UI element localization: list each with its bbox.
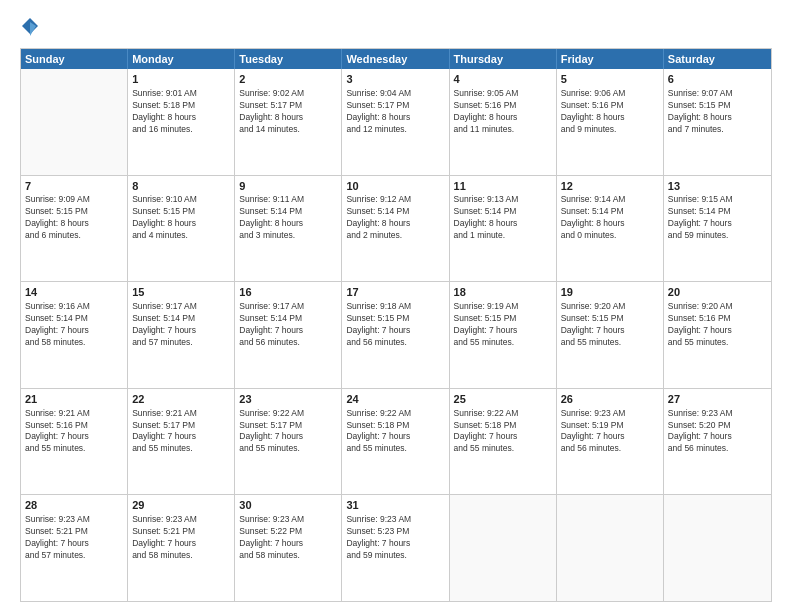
day-number: 10 — [346, 179, 444, 194]
cell-info: Sunrise: 9:13 AM Sunset: 5:14 PM Dayligh… — [454, 194, 552, 242]
logo-icon — [20, 16, 40, 40]
calendar-cell: 5Sunrise: 9:06 AM Sunset: 5:16 PM Daylig… — [557, 69, 664, 175]
day-number: 11 — [454, 179, 552, 194]
day-number: 12 — [561, 179, 659, 194]
cell-info: Sunrise: 9:16 AM Sunset: 5:14 PM Dayligh… — [25, 301, 123, 349]
cell-info: Sunrise: 9:11 AM Sunset: 5:14 PM Dayligh… — [239, 194, 337, 242]
day-number: 1 — [132, 72, 230, 87]
day-number: 21 — [25, 392, 123, 407]
calendar-cell: 27Sunrise: 9:23 AM Sunset: 5:20 PM Dayli… — [664, 389, 771, 495]
cell-info: Sunrise: 9:22 AM Sunset: 5:18 PM Dayligh… — [346, 408, 444, 456]
calendar-row-1: 1Sunrise: 9:01 AM Sunset: 5:18 PM Daylig… — [21, 69, 771, 175]
cell-info: Sunrise: 9:09 AM Sunset: 5:15 PM Dayligh… — [25, 194, 123, 242]
cell-info: Sunrise: 9:22 AM Sunset: 5:18 PM Dayligh… — [454, 408, 552, 456]
day-number: 28 — [25, 498, 123, 513]
day-number: 8 — [132, 179, 230, 194]
header-day-saturday: Saturday — [664, 49, 771, 69]
calendar-cell: 25Sunrise: 9:22 AM Sunset: 5:18 PM Dayli… — [450, 389, 557, 495]
calendar-cell: 21Sunrise: 9:21 AM Sunset: 5:16 PM Dayli… — [21, 389, 128, 495]
calendar-cell: 29Sunrise: 9:23 AM Sunset: 5:21 PM Dayli… — [128, 495, 235, 601]
calendar-cell: 13Sunrise: 9:15 AM Sunset: 5:14 PM Dayli… — [664, 176, 771, 282]
calendar-row-3: 14Sunrise: 9:16 AM Sunset: 5:14 PM Dayli… — [21, 281, 771, 388]
cell-info: Sunrise: 9:07 AM Sunset: 5:15 PM Dayligh… — [668, 88, 767, 136]
cell-info: Sunrise: 9:18 AM Sunset: 5:15 PM Dayligh… — [346, 301, 444, 349]
calendar-cell: 7Sunrise: 9:09 AM Sunset: 5:15 PM Daylig… — [21, 176, 128, 282]
calendar-row-4: 21Sunrise: 9:21 AM Sunset: 5:16 PM Dayli… — [21, 388, 771, 495]
day-number: 15 — [132, 285, 230, 300]
header-day-tuesday: Tuesday — [235, 49, 342, 69]
calendar-row-5: 28Sunrise: 9:23 AM Sunset: 5:21 PM Dayli… — [21, 494, 771, 601]
calendar-cell: 14Sunrise: 9:16 AM Sunset: 5:14 PM Dayli… — [21, 282, 128, 388]
calendar-cell: 12Sunrise: 9:14 AM Sunset: 5:14 PM Dayli… — [557, 176, 664, 282]
calendar-cell: 6Sunrise: 9:07 AM Sunset: 5:15 PM Daylig… — [664, 69, 771, 175]
day-number: 29 — [132, 498, 230, 513]
header-day-monday: Monday — [128, 49, 235, 69]
day-number: 14 — [25, 285, 123, 300]
cell-info: Sunrise: 9:15 AM Sunset: 5:14 PM Dayligh… — [668, 194, 767, 242]
cell-info: Sunrise: 9:23 AM Sunset: 5:22 PM Dayligh… — [239, 514, 337, 562]
calendar-body: 1Sunrise: 9:01 AM Sunset: 5:18 PM Daylig… — [21, 69, 771, 601]
day-number: 18 — [454, 285, 552, 300]
day-number: 26 — [561, 392, 659, 407]
calendar-cell: 3Sunrise: 9:04 AM Sunset: 5:17 PM Daylig… — [342, 69, 449, 175]
day-number: 19 — [561, 285, 659, 300]
cell-info: Sunrise: 9:01 AM Sunset: 5:18 PM Dayligh… — [132, 88, 230, 136]
calendar-cell: 9Sunrise: 9:11 AM Sunset: 5:14 PM Daylig… — [235, 176, 342, 282]
cell-info: Sunrise: 9:10 AM Sunset: 5:15 PM Dayligh… — [132, 194, 230, 242]
header-day-thursday: Thursday — [450, 49, 557, 69]
calendar-cell: 20Sunrise: 9:20 AM Sunset: 5:16 PM Dayli… — [664, 282, 771, 388]
calendar-cell: 15Sunrise: 9:17 AM Sunset: 5:14 PM Dayli… — [128, 282, 235, 388]
calendar-cell: 4Sunrise: 9:05 AM Sunset: 5:16 PM Daylig… — [450, 69, 557, 175]
header — [20, 16, 772, 40]
cell-info: Sunrise: 9:20 AM Sunset: 5:15 PM Dayligh… — [561, 301, 659, 349]
calendar-cell: 26Sunrise: 9:23 AM Sunset: 5:19 PM Dayli… — [557, 389, 664, 495]
calendar-cell — [450, 495, 557, 601]
cell-info: Sunrise: 9:14 AM Sunset: 5:14 PM Dayligh… — [561, 194, 659, 242]
calendar-cell: 23Sunrise: 9:22 AM Sunset: 5:17 PM Dayli… — [235, 389, 342, 495]
calendar-cell — [21, 69, 128, 175]
day-number: 13 — [668, 179, 767, 194]
calendar-cell: 30Sunrise: 9:23 AM Sunset: 5:22 PM Dayli… — [235, 495, 342, 601]
day-number: 23 — [239, 392, 337, 407]
cell-info: Sunrise: 9:05 AM Sunset: 5:16 PM Dayligh… — [454, 88, 552, 136]
calendar-cell: 10Sunrise: 9:12 AM Sunset: 5:14 PM Dayli… — [342, 176, 449, 282]
cell-info: Sunrise: 9:17 AM Sunset: 5:14 PM Dayligh… — [239, 301, 337, 349]
day-number: 25 — [454, 392, 552, 407]
day-number: 7 — [25, 179, 123, 194]
calendar-header: SundayMondayTuesdayWednesdayThursdayFrid… — [21, 49, 771, 69]
calendar: SundayMondayTuesdayWednesdayThursdayFrid… — [20, 48, 772, 602]
day-number: 2 — [239, 72, 337, 87]
calendar-cell: 2Sunrise: 9:02 AM Sunset: 5:17 PM Daylig… — [235, 69, 342, 175]
page: SundayMondayTuesdayWednesdayThursdayFrid… — [0, 0, 792, 612]
calendar-cell — [664, 495, 771, 601]
cell-info: Sunrise: 9:23 AM Sunset: 5:23 PM Dayligh… — [346, 514, 444, 562]
cell-info: Sunrise: 9:23 AM Sunset: 5:20 PM Dayligh… — [668, 408, 767, 456]
calendar-cell: 18Sunrise: 9:19 AM Sunset: 5:15 PM Dayli… — [450, 282, 557, 388]
cell-info: Sunrise: 9:22 AM Sunset: 5:17 PM Dayligh… — [239, 408, 337, 456]
calendar-cell: 8Sunrise: 9:10 AM Sunset: 5:15 PM Daylig… — [128, 176, 235, 282]
day-number: 9 — [239, 179, 337, 194]
calendar-cell: 24Sunrise: 9:22 AM Sunset: 5:18 PM Dayli… — [342, 389, 449, 495]
day-number: 27 — [668, 392, 767, 407]
day-number: 5 — [561, 72, 659, 87]
header-day-friday: Friday — [557, 49, 664, 69]
calendar-cell: 28Sunrise: 9:23 AM Sunset: 5:21 PM Dayli… — [21, 495, 128, 601]
day-number: 30 — [239, 498, 337, 513]
cell-info: Sunrise: 9:21 AM Sunset: 5:17 PM Dayligh… — [132, 408, 230, 456]
cell-info: Sunrise: 9:20 AM Sunset: 5:16 PM Dayligh… — [668, 301, 767, 349]
calendar-cell: 11Sunrise: 9:13 AM Sunset: 5:14 PM Dayli… — [450, 176, 557, 282]
calendar-cell: 22Sunrise: 9:21 AM Sunset: 5:17 PM Dayli… — [128, 389, 235, 495]
day-number: 17 — [346, 285, 444, 300]
day-number: 16 — [239, 285, 337, 300]
day-number: 20 — [668, 285, 767, 300]
cell-info: Sunrise: 9:23 AM Sunset: 5:19 PM Dayligh… — [561, 408, 659, 456]
calendar-cell — [557, 495, 664, 601]
day-number: 3 — [346, 72, 444, 87]
cell-info: Sunrise: 9:17 AM Sunset: 5:14 PM Dayligh… — [132, 301, 230, 349]
logo — [20, 16, 42, 40]
calendar-row-2: 7Sunrise: 9:09 AM Sunset: 5:15 PM Daylig… — [21, 175, 771, 282]
header-day-wednesday: Wednesday — [342, 49, 449, 69]
calendar-cell: 17Sunrise: 9:18 AM Sunset: 5:15 PM Dayli… — [342, 282, 449, 388]
day-number: 24 — [346, 392, 444, 407]
cell-info: Sunrise: 9:06 AM Sunset: 5:16 PM Dayligh… — [561, 88, 659, 136]
